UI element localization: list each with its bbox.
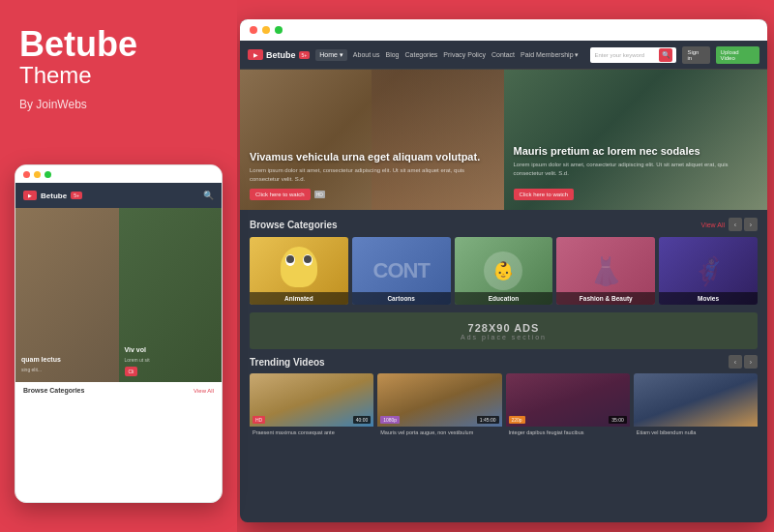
desktop-dot-red [250, 26, 257, 34]
mobile-mockup: Betube 5+ 🔍 quam lectus sing elit... Viv… [15, 164, 223, 503]
mobile-dot-red [23, 171, 30, 178]
category-grid: Animated CONT Cartoons 👶 Education 👗 [250, 237, 758, 305]
cat-animated-label: Animated [250, 292, 348, 305]
video-title-2: Mauris vel porta augue, non vestibulum [377, 427, 501, 439]
video-item-2[interactable]: 1080p 1:45:00 Mauris vel porta augue, no… [377, 373, 501, 443]
ads-title: 728X90 ADS [468, 322, 540, 334]
hero-right-title: Mauris pretium ac lorem nec sodales [514, 144, 759, 158]
video-duration-3: 35:00 [609, 416, 627, 424]
nav-badge: 5+ [299, 51, 311, 59]
hero-right-btn[interactable]: Click here to watch [514, 189, 575, 200]
browse-header: Browse Categories View All ‹ › [250, 218, 758, 231]
video-badge-2: 1080p [380, 416, 400, 424]
browse-next-arrow[interactable]: › [744, 218, 758, 231]
nav-play-icon [248, 49, 263, 60]
mobile-badge: 5+ [71, 192, 82, 199]
desktop-nav: Betube 5+ Home ▾ About us Blog Categorie… [240, 41, 767, 70]
video-item-4[interactable]: Etiam vel bibendum nulla [634, 373, 758, 443]
hero-right-desc: Lorem ipsum dolor sit amet, consectetur … [514, 161, 759, 177]
mobile-logo-area: Betube 5+ [23, 191, 82, 200]
video-thumb-3: 220p 35:00 [506, 373, 630, 427]
nav-signin-button[interactable]: Sign in [682, 46, 709, 64]
nav-home[interactable]: Home ▾ [315, 49, 347, 61]
cat-cartoons-label: Cartoons [352, 292, 451, 305]
category-animated[interactable]: Animated [250, 237, 348, 305]
brand-name: Betube [19, 27, 218, 62]
hero-left-title: Vivamus vehicula urna eget aliquam volut… [250, 150, 494, 163]
hero-left-btn[interactable]: Click here to watch [250, 189, 311, 200]
hd-badge: HD [314, 191, 325, 198]
nav-search-button[interactable]: 🔍 [659, 48, 672, 62]
mobile-view-all[interactable]: View All [194, 388, 214, 394]
nav-search-box[interactable]: Enter your keyword 🔍 [590, 47, 676, 63]
video-duration-1: 40:00 [353, 416, 372, 424]
video-item-1[interactable]: HD 40:00 Praesent maximus consequat ante [250, 373, 373, 443]
video-badge-3: 220p [509, 416, 525, 424]
video-title-3: Integer dapibus feugiat faucibus [506, 427, 630, 439]
nav-blog[interactable]: Blog [385, 51, 399, 58]
video-title-4: Etiam vel bibendum nulla [634, 427, 758, 439]
mobile-search-icon[interactable]: 🔍 [203, 191, 214, 200]
mobile-dot-yellow [34, 171, 41, 178]
nav-membership[interactable]: Paid Membership ▾ [521, 51, 579, 59]
video-thumb-2: 1080p 1:45:00 [377, 373, 501, 427]
brand-by: By JoinWebs [19, 98, 218, 111]
category-education[interactable]: 👶 Education [455, 237, 553, 305]
cat-education-label: Education [455, 292, 553, 305]
browse-prev-arrow[interactable]: ‹ [729, 218, 742, 231]
left-panel: Betube Theme By JoinWebs Betube 5+ 🔍 qua… [0, 0, 237, 532]
browse-categories-section: Browse Categories View All ‹ › [240, 210, 767, 312]
nav-upload-button[interactable]: Upload Video [716, 46, 759, 64]
video-thumb-1: HD 40:00 [250, 373, 373, 427]
trending-next-arrow[interactable]: › [744, 355, 758, 369]
browse-view-all[interactable]: View All [701, 222, 725, 228]
ads-subtitle: Ads place section [461, 334, 547, 340]
video-title-1: Praesent maximus consequat ante [250, 427, 373, 439]
video-item-3[interactable]: 220p 35:00 Integer dapibus feugiat fauci… [506, 373, 630, 443]
mobile-hero-right: Viv vol Lorem ut sit Cli [119, 208, 223, 382]
browse-title: Browse Categories [250, 220, 338, 230]
desktop-dot-yellow [262, 26, 270, 34]
video-badge-1: HD [253, 416, 265, 424]
category-cartoons[interactable]: CONT Cartoons [352, 237, 451, 305]
mobile-hero-area: quam lectus sing elit... Viv vol Lorem u… [15, 208, 222, 382]
mobile-hero-right-sub: Lorem ut sit [125, 357, 217, 363]
mobile-hero-left-title: quam lectus [21, 356, 113, 364]
category-fashion[interactable]: 👗 Fashion & Beauty [556, 237, 655, 305]
nav-logo-area: Betube 5+ [248, 49, 310, 60]
mobile-browse-text: Browse Categories [23, 387, 84, 394]
browse-nav-arrows: ‹ › [729, 218, 758, 231]
desktop-top-bar [240, 19, 767, 41]
trending-nav-arrows: ‹ › [729, 355, 758, 369]
mobile-hero-left-sub: sing elit... [21, 367, 113, 372]
video-grid: HD 40:00 Praesent maximus consequat ante… [240, 373, 767, 443]
trending-title: Trending Videos [250, 357, 325, 368]
nav-privacy[interactable]: Privacy Policy [443, 51, 486, 58]
category-movies[interactable]: 🦸 Movies [659, 237, 758, 305]
mobile-hero-right-title: Viv vol [125, 346, 217, 354]
mobile-play-icon [23, 191, 37, 200]
ads-banner: 728X90 ADS Ads place section [250, 312, 758, 349]
hero-left: Vivamus vehicula urna eget aliquam volut… [240, 70, 504, 210]
trending-header: Trending Videos ‹ › [240, 349, 767, 373]
desktop-mockup: Betube 5+ Home ▾ About us Blog Categorie… [240, 19, 767, 522]
desktop-dot-green [275, 26, 283, 34]
mobile-browse-bar: Browse Categories View All [15, 382, 222, 399]
cat-fashion-label: Fashion & Beauty [556, 292, 655, 305]
hero-section: Vivamus vehicula urna eget aliquam volut… [240, 70, 767, 210]
cat-movies-label: Movies [659, 292, 758, 305]
nav-logo-text: Betube [266, 50, 296, 60]
browse-section-right: View All ‹ › [701, 218, 758, 231]
mobile-nav: Betube 5+ 🔍 [15, 183, 222, 208]
nav-contact[interactable]: Contact [491, 51, 515, 58]
hero-left-desc: Lorem ipsum dolor sit amet, consectetur … [250, 166, 494, 183]
nav-categories[interactable]: Categories [405, 51, 438, 58]
video-duration-2: 1:45:00 [477, 416, 499, 424]
mobile-hero-btn[interactable]: Cli [125, 367, 138, 376]
video-thumb-4 [634, 373, 758, 427]
trending-prev-arrow[interactable]: ‹ [729, 355, 742, 369]
mobile-dot-green [45, 171, 51, 178]
mobile-logo-text: Betube [41, 192, 67, 200]
nav-about[interactable]: About us [353, 51, 380, 58]
mobile-hero-left: quam lectus sing elit... [15, 208, 119, 382]
